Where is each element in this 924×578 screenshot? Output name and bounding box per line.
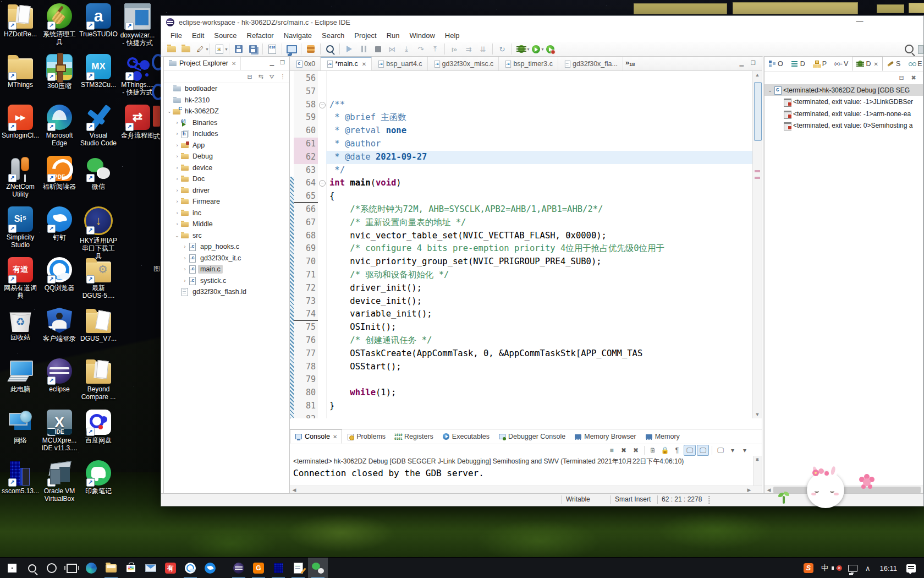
move-next-button[interactable]: ⇉: [462, 43, 475, 55]
taskbar-wechat[interactable]: [308, 558, 328, 578]
desktop-icon-qq浏览器[interactable]: ↗QQ浏览器: [40, 257, 79, 292]
step-return-button[interactable]: ⤒: [428, 43, 442, 55]
tree-item-src[interactable]: ⌄src: [174, 230, 204, 241]
view-tab-periph[interactable]: P: [809, 57, 831, 71]
view-tab-disasm[interactable]: D: [787, 57, 809, 71]
editor-tab-main.c[interactable]: *main.c✕: [321, 57, 372, 70]
restart-button[interactable]: ↻: [496, 43, 509, 55]
tree-item-inc[interactable]: ›inc: [174, 208, 204, 219]
tree-item-firmeare[interactable]: ›Firmeare: [174, 196, 222, 207]
taskbar-text-editor[interactable]: [288, 558, 308, 578]
ime-chinese-icon[interactable]: 中: [821, 563, 828, 573]
collapse-all-icon[interactable]: ⊟: [245, 72, 254, 81]
minimize-maximize-buttons[interactable]: ▁ ❒: [270, 59, 287, 66]
desktop-icon-hky通用iap[interactable]: ↓↗HKY通用IAP 串口下载工具: [79, 206, 118, 260]
close-icon[interactable]: ✕: [873, 61, 878, 67]
open-element-button[interactable]: [323, 43, 337, 55]
desktop-icon-印象笔记[interactable]: ↗印象笔记: [79, 460, 118, 495]
desktop-icon-truestudio[interactable]: a↗TrueSTUDIO: [79, 3, 118, 38]
editor-vertical-scrollbar[interactable]: ▲ ▼: [752, 71, 762, 418]
taskbar-file-explorer[interactable]: [101, 558, 121, 578]
console-tab-problems[interactable]: Problems: [342, 429, 390, 444]
expander-closed-icon[interactable]: ›: [174, 120, 180, 126]
fold-toggle-icon[interactable]: –: [319, 180, 326, 187]
taskbar-sscom[interactable]: [268, 558, 288, 578]
view-tab-vars[interactable]: V: [831, 57, 852, 71]
expander-closed-icon[interactable]: ›: [174, 154, 180, 159]
debug-tree-row[interactable]: <terminated, exit value: 0>Semihosting a: [765, 120, 923, 132]
collapse-all-icon[interactable]: ⊟: [897, 73, 906, 82]
step-over-button[interactable]: ↷: [414, 43, 427, 55]
code-line-60[interactable]: 60 * @retval none: [290, 124, 762, 138]
debug-tree-row[interactable]: <terminated, exit value: -1>arm-none-ea: [765, 108, 923, 119]
taskbar-microsoft-store[interactable]: [121, 558, 141, 578]
console-tab-debugger-console[interactable]: Debugger Console: [494, 429, 570, 444]
code-line-63[interactable]: 63 */: [290, 164, 762, 177]
close-icon[interactable]: ✕: [232, 61, 236, 67]
brush-button[interactable]: 🖊▼: [194, 43, 207, 55]
menu-source[interactable]: Source: [209, 30, 241, 41]
view-tab-debug[interactable]: D✕: [852, 57, 882, 71]
code-line-78[interactable]: 78 OSStart();: [290, 361, 762, 374]
statusbar-drag-handle[interactable]: [708, 496, 710, 504]
run-button[interactable]: ▼: [529, 43, 542, 55]
desktop-icon-hzdotre-[interactable]: ↗HZDotRe...: [1, 3, 40, 38]
code-line-71[interactable]: 71 /* 驱动和设备初始化 */: [290, 269, 762, 282]
tree-item-app_hooks.c[interactable]: ›app_hooks.c: [182, 241, 241, 252]
close-icon[interactable]: ✕: [362, 61, 366, 67]
remove-all-terminated-icon[interactable]: ✖: [630, 445, 641, 455]
expander-open-icon[interactable]: ⌄: [174, 233, 180, 238]
tree-item-includes[interactable]: ›Includes: [174, 128, 221, 139]
tree-item-main.c[interactable]: ›main.c: [182, 264, 223, 275]
expander-open-icon[interactable]: ⌄: [767, 88, 773, 93]
terminate-icon[interactable]: ■: [606, 445, 617, 455]
menu-navigate[interactable]: Navigate: [279, 30, 317, 41]
clock[interactable]: 16:11: [879, 564, 897, 572]
expander-closed-icon[interactable]: ›: [182, 266, 188, 272]
code-line-56[interactable]: 56: [290, 72, 762, 85]
menu-search[interactable]: Search: [317, 30, 349, 41]
code-line-81[interactable]: 81}: [290, 400, 762, 413]
code-line-68[interactable]: 68 nvic_vector_table_set(NVIC_VECTTAB_FL…: [290, 230, 762, 243]
scroll-lock-icon[interactable]: 🔒: [659, 445, 670, 455]
dropdown-1-icon[interactable]: ▾: [727, 445, 738, 455]
taskbar-dingtalk[interactable]: [200, 558, 220, 578]
desktop-icon-此电脑[interactable]: 此电脑: [1, 358, 40, 393]
desktop-icon-360压缩[interactable]: ↗360压缩: [40, 54, 79, 90]
desktop-icon-simplicity[interactable]: Si⁵↗Simplicity Studio: [1, 206, 40, 249]
code-line-77[interactable]: 77 OSTaskCreate(AppCommTask, 0, &AppComm…: [290, 347, 762, 361]
tree-item-bootloader[interactable]: bootloader: [166, 83, 219, 94]
annotation-mark[interactable]: [755, 177, 760, 179]
word-wrap-icon[interactable]: ¶: [672, 445, 683, 455]
code-line-66[interactable]: 66 /*系统时钟为72M, AHB=SYSCLK,APB2=AHB/1,APB…: [290, 203, 762, 216]
desktop-icon-mthings-[interactable]: ↗MThings.... - 快捷方式: [118, 54, 157, 96]
tree-item-device[interactable]: ›device: [174, 162, 215, 173]
menu-help[interactable]: Help: [440, 30, 465, 41]
hidden-icons-icon[interactable]: ∧: [865, 564, 871, 572]
save-all-button[interactable]: [246, 43, 260, 55]
desktop-icon-网易有道词典[interactable]: 有道↗网易有道词典: [1, 257, 40, 299]
display-icon[interactable]: [848, 565, 857, 572]
dropdown-2-icon[interactable]: ▾: [739, 445, 750, 455]
new-wizard-button[interactable]: ▼: [213, 43, 226, 55]
desktop-icon-网络[interactable]: 网络: [1, 410, 40, 444]
open-folder-2-button[interactable]: [179, 43, 193, 55]
taskbar-task-view[interactable]: [62, 558, 81, 578]
close-icon[interactable]: ✕: [333, 434, 337, 440]
expander-closed-icon[interactable]: ›: [182, 244, 188, 249]
scrollbar-thumb[interactable]: [773, 487, 921, 493]
scroll-down-icon[interactable]: ▼: [754, 456, 761, 464]
code-line-64[interactable]: 64–int main(void): [290, 177, 762, 190]
clear-console-icon[interactable]: 🗎: [647, 445, 658, 455]
desktop-icon-mthings[interactable]: ↗MThings: [1, 54, 40, 89]
code-line-76[interactable]: 76 /* 创建通讯任务 */: [290, 334, 762, 347]
drop-frame-button[interactable]: ⇊: [476, 43, 490, 55]
save-button[interactable]: [232, 43, 245, 55]
console-tab-console[interactable]: Console✕: [290, 429, 342, 444]
annotation-mark[interactable]: [755, 170, 760, 172]
editor-tab-gd32f30x_fla...[interactable]: gd32f30x_fla...: [558, 57, 623, 70]
code-line-82[interactable]: 82: [290, 413, 762, 418]
view-tab-swv[interactable]: S: [883, 57, 904, 71]
disconnect-button[interactable]: ⋈: [386, 43, 399, 55]
editor-tab-0x0[interactable]: 0x0: [290, 57, 321, 70]
